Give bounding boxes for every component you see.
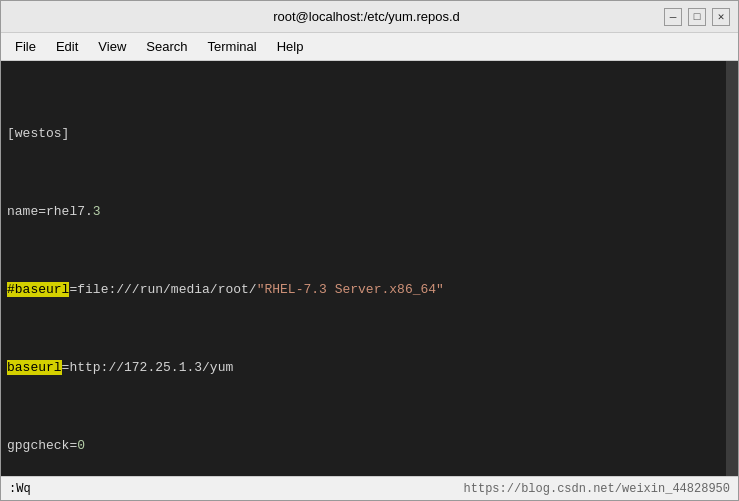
- line-3: #baseurl=file:///run/media/root/"RHEL-7.…: [7, 280, 732, 300]
- window-title: root@localhost:/etc/yum.repos.d: [69, 9, 664, 24]
- maximize-button[interactable]: □: [688, 8, 706, 26]
- menu-edit[interactable]: Edit: [46, 35, 88, 58]
- menu-bar: File Edit View Search Terminal Help: [1, 33, 738, 61]
- menu-search[interactable]: Search: [136, 35, 197, 58]
- minimize-button[interactable]: —: [664, 8, 682, 26]
- line-1: [westos]: [7, 124, 732, 144]
- line-2: name=rhel7.3: [7, 202, 732, 222]
- menu-view[interactable]: View: [88, 35, 136, 58]
- window-controls: — □ ✕: [664, 8, 730, 26]
- line-4: baseurl=http://172.25.1.3/yum: [7, 358, 732, 378]
- menu-file[interactable]: File: [5, 35, 46, 58]
- menu-help[interactable]: Help: [267, 35, 314, 58]
- title-bar: root@localhost:/etc/yum.repos.d — □ ✕: [1, 1, 738, 33]
- scrollbar[interactable]: [726, 61, 738, 476]
- status-bar: :Wq https://blog.csdn.net/weixin_4482895…: [1, 476, 738, 500]
- editor-content: [westos] name=rhel7.3 #baseurl=file:///r…: [7, 65, 732, 476]
- vim-command: :Wq: [9, 482, 31, 496]
- editor-area[interactable]: [westos] name=rhel7.3 #baseurl=file:///r…: [1, 61, 738, 476]
- watermark: https://blog.csdn.net/weixin_44828950: [464, 482, 730, 496]
- main-window: root@localhost:/etc/yum.repos.d — □ ✕ Fi…: [0, 0, 739, 501]
- line-5: gpgcheck=0: [7, 436, 732, 456]
- menu-terminal[interactable]: Terminal: [198, 35, 267, 58]
- close-button[interactable]: ✕: [712, 8, 730, 26]
